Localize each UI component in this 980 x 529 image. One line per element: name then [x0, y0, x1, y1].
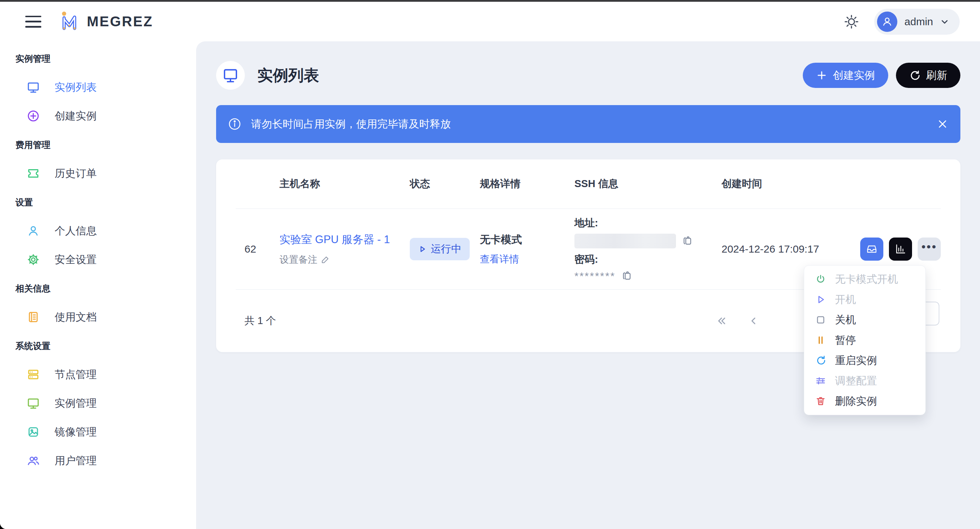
- user-menu[interactable]: admin: [874, 9, 960, 35]
- ellipsis-icon: •••: [921, 247, 937, 252]
- instance-name-link[interactable]: 实验室 GPU 服务器 - 1: [280, 232, 401, 247]
- sidebar-item-docs[interactable]: 使用文档: [0, 303, 196, 331]
- create-instance-button[interactable]: 创建实例: [803, 63, 888, 88]
- menu-item-resize: 调整配置: [804, 371, 925, 391]
- sidebar-item-instance-list[interactable]: 实例列表: [0, 73, 196, 102]
- created-at: 2024-12-26 17:09:17: [713, 243, 832, 255]
- monitor-stats-button[interactable]: [889, 237, 912, 261]
- monitor-icon: [223, 67, 239, 83]
- users-icon: [27, 454, 40, 467]
- avatar: [877, 11, 897, 32]
- view-details-link[interactable]: 查看详情: [480, 253, 566, 266]
- sidebar-section-billing: 费用管理: [0, 130, 196, 159]
- refresh-icon: [815, 355, 827, 366]
- user-name: admin: [904, 16, 933, 28]
- sidebar-item-user-mgmt[interactable]: 用户管理: [0, 446, 196, 475]
- monitor-icon: [27, 397, 40, 410]
- prev-page-icon[interactable]: [748, 315, 759, 326]
- instance-id: 62: [236, 243, 271, 255]
- hostname-cell: 实验室 GPU 服务器 - 1 设置备注: [271, 232, 401, 266]
- main-content: 实例列表 创建实例 刷新 请勿长时间占用实例，使用完毕请及时释放: [196, 41, 980, 529]
- banner-text: 请勿长时间占用实例，使用完毕请及时释放: [251, 117, 451, 131]
- set-note-link[interactable]: 设置备注: [280, 253, 401, 266]
- sidebar-item-order-history[interactable]: 历史订单: [0, 159, 196, 188]
- app-window: MEGREZ admin 实例管理: [0, 0, 980, 529]
- document-icon: [27, 311, 40, 324]
- page-icon: [216, 61, 245, 90]
- col-status: 状态: [401, 177, 471, 191]
- more-actions-button[interactable]: •••: [918, 237, 941, 261]
- page-title: 实例列表: [258, 65, 319, 86]
- menu-item-delete[interactable]: 删除实例: [804, 391, 925, 411]
- monitor-icon: [27, 81, 40, 94]
- sidebar-item-security[interactable]: 安全设置: [0, 245, 196, 274]
- chevron-down-icon: [940, 17, 949, 26]
- sidebar-section-system: 系统设置: [0, 331, 196, 360]
- brand-logo-icon: [58, 10, 81, 33]
- info-banner: 请勿长时间占用实例，使用完毕请及时释放: [216, 105, 960, 143]
- server-icon: [27, 368, 40, 381]
- bar-chart-icon: [894, 243, 907, 255]
- ticket-icon: [27, 167, 40, 180]
- page-header: 实例列表 创建实例 刷新: [216, 59, 960, 91]
- inbox-icon: [865, 243, 878, 255]
- sidebar-item-profile[interactable]: 个人信息: [0, 217, 196, 245]
- stop-square-icon: [815, 314, 827, 326]
- spec-cell: 无卡模式 查看详情: [471, 233, 566, 266]
- person-icon: [27, 224, 40, 237]
- brand: MEGREZ: [58, 10, 153, 33]
- sidebar-section-related: 相关信息: [0, 274, 196, 303]
- table-header: 主机名称 状态 规格详情 SSH 信息 创建时间: [216, 159, 960, 209]
- pause-icon: [815, 334, 827, 346]
- address-label: 地址:: [574, 216, 713, 230]
- sidebar: 实例管理 实例列表 创建实例 费用管理 历史订单 设置 个人信息 安全设置 相关…: [0, 41, 196, 529]
- sliders-icon: [815, 375, 827, 387]
- total-count: 共 1 个: [236, 314, 276, 328]
- row-actions: •••: [832, 237, 941, 261]
- top-bar: MEGREZ admin: [0, 2, 980, 41]
- menu-item-restart[interactable]: 重启实例: [804, 351, 925, 371]
- password-mask: ********: [574, 270, 616, 282]
- console-button[interactable]: [860, 237, 883, 261]
- info-icon: [228, 117, 242, 131]
- play-icon: [815, 293, 827, 306]
- actions-dropdown-menu: 无卡模式开机 开机 关机 暂停 重启实例 调整配置: [804, 265, 926, 415]
- menu-item-cardless-boot: 无卡模式开机: [804, 269, 925, 289]
- close-icon[interactable]: [937, 118, 948, 130]
- status-cell: 运行中: [401, 238, 471, 260]
- col-spec: 规格详情: [471, 177, 566, 191]
- status-badge: 运行中: [410, 238, 470, 260]
- sidebar-section-instance-mgmt: 实例管理: [0, 44, 196, 73]
- sidebar-section-settings: 设置: [0, 188, 196, 217]
- ssh-cell: 地址: 密码: ********: [566, 216, 713, 282]
- gear-icon: [27, 253, 40, 266]
- screen: MEGREZ admin 实例管理: [0, 0, 980, 529]
- menu-item-power-on: 开机: [804, 289, 925, 310]
- sidebar-item-instance-mgmt[interactable]: 实例管理: [0, 389, 196, 417]
- password-label: 密码:: [574, 253, 713, 267]
- spec-mode: 无卡模式: [480, 233, 566, 247]
- hamburger-menu-icon[interactable]: [25, 16, 41, 28]
- image-icon: [27, 425, 40, 439]
- plus-circle-icon: [27, 109, 40, 123]
- play-icon: [418, 245, 426, 253]
- menu-item-pause[interactable]: 暂停: [804, 330, 925, 351]
- menu-item-shutdown[interactable]: 关机: [804, 310, 925, 330]
- sidebar-item-node-mgmt[interactable]: 节点管理: [0, 360, 196, 389]
- top-bar-right: admin: [843, 9, 960, 35]
- copy-password-icon[interactable]: [622, 271, 633, 282]
- col-ssh: SSH 信息: [566, 177, 713, 191]
- copy-address-icon[interactable]: [682, 236, 694, 247]
- address-redacted: [574, 234, 676, 249]
- theme-toggle-sun-icon[interactable]: [843, 14, 859, 30]
- sidebar-item-image-mgmt[interactable]: 镜像管理: [0, 417, 196, 446]
- refresh-button[interactable]: 刷新: [896, 63, 960, 88]
- sidebar-item-create-instance[interactable]: 创建实例: [0, 102, 196, 130]
- refresh-icon: [909, 70, 920, 81]
- first-page-icon[interactable]: [716, 315, 728, 327]
- plus-icon: [816, 70, 827, 81]
- brand-name: MEGREZ: [87, 14, 153, 29]
- power-icon: [815, 273, 827, 285]
- pencil-icon: [321, 255, 330, 264]
- col-hostname: 主机名称: [271, 177, 401, 191]
